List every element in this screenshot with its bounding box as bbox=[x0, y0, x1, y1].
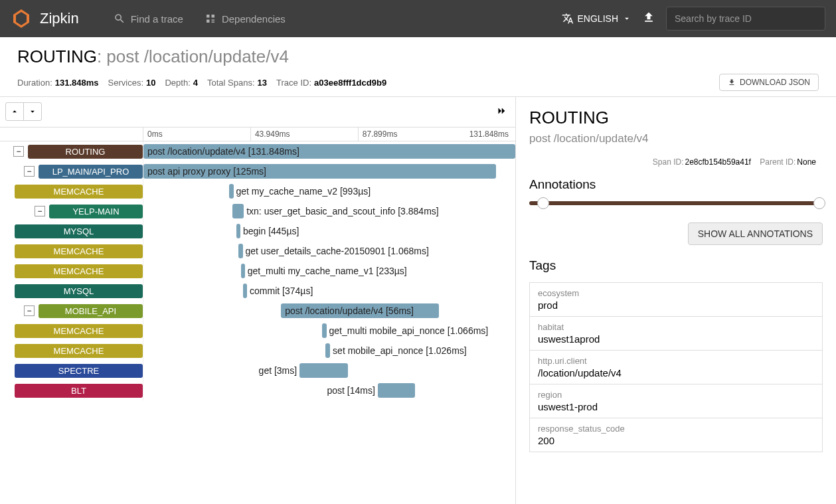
time-tick: 0ms bbox=[143, 127, 250, 141]
title-operation: post /location/update/v4 bbox=[106, 46, 289, 66]
span-row[interactable]: MEMCACHEset mobile_api_nonce [1.026ms] bbox=[0, 341, 515, 361]
service-badge: ROUTING bbox=[28, 145, 143, 159]
trace-controls bbox=[0, 97, 515, 127]
duration-value: 131.848ms bbox=[55, 78, 99, 88]
service-badge: YELP-MAIN bbox=[49, 205, 143, 218]
spans-value: 13 bbox=[258, 78, 267, 88]
span-bar[interactable]: get user_details_cache-20150901 [1.068ms… bbox=[238, 244, 243, 258]
tag-key: habitat bbox=[538, 322, 814, 332]
span-bar[interactable]: post [14ms] bbox=[378, 383, 415, 398]
span-timeline: post api proxy proxy [125ms] bbox=[143, 161, 515, 181]
span-bar[interactable]: txn: user_get_basic_and_scout_info [3.88… bbox=[232, 204, 244, 218]
download-json-button[interactable]: DOWNLOAD JSON bbox=[719, 74, 819, 91]
span-tree-cell: −MOBILE_API bbox=[0, 304, 143, 318]
download-icon bbox=[728, 78, 736, 86]
span-tree-cell: MYSQL bbox=[0, 284, 143, 298]
logo[interactable]: Zipkin bbox=[11, 8, 79, 29]
span-tree-cell: MYSQL bbox=[0, 224, 143, 238]
time-tick: 131.848ms bbox=[465, 127, 515, 141]
span-row[interactable]: −MOBILE_APIpost /location/update/v4 [56m… bbox=[0, 301, 515, 321]
span-row[interactable]: −YELP-MAINtxn: user_get_basic_and_scout_… bbox=[0, 201, 515, 221]
span-bar[interactable]: post /location/update/v4 [56ms] bbox=[281, 303, 439, 318]
brand-name: Zipkin bbox=[40, 10, 79, 27]
dependencies-link[interactable]: Dependencies bbox=[197, 7, 293, 30]
collapse-toggle[interactable]: − bbox=[13, 146, 24, 157]
parent-id: None bbox=[797, 157, 816, 167]
language-selector[interactable]: ENGLISH bbox=[562, 13, 631, 25]
span-bar[interactable]: post api proxy proxy [125ms] bbox=[143, 164, 496, 179]
span-bar[interactable]: get my_cache_name_v2 [993µs] bbox=[229, 184, 234, 199]
depth-value: 4 bbox=[193, 78, 198, 88]
span-bar-label: get_multi mobile_api_nonce [1.066ms] bbox=[329, 325, 489, 336]
collapse-all-button[interactable] bbox=[23, 102, 42, 121]
services-value: 10 bbox=[146, 78, 155, 88]
tag-value: 200 bbox=[538, 435, 814, 446]
find-trace-link[interactable]: Find a trace bbox=[106, 7, 191, 30]
span-row[interactable]: −ROUTINGpost /location/update/v4 [131.84… bbox=[0, 141, 515, 161]
span-tree-cell: MEMCACHE bbox=[0, 264, 143, 278]
main-container: 0ms43.949ms87.899ms131.848ms −ROUTINGpos… bbox=[0, 97, 836, 504]
span-row[interactable]: MEMCACHEget_multi mobile_api_nonce [1.06… bbox=[0, 321, 515, 341]
span-row[interactable]: −LP_MAIN/API_PROpost api proxy proxy [12… bbox=[0, 161, 515, 181]
span-timeline: get_multi my_cache_name_v1 [233µs] bbox=[143, 261, 515, 281]
span-timeline: get_multi mobile_api_nonce [1.066ms] bbox=[143, 321, 515, 341]
navbar: Zipkin Find a trace Dependencies ENGLISH bbox=[0, 0, 836, 37]
span-bar[interactable]: post /location/update/v4 [131.848ms] bbox=[143, 144, 515, 159]
expand-all-button[interactable] bbox=[5, 102, 24, 121]
service-badge: MYSQL bbox=[15, 224, 143, 238]
span-tree-cell: −LP_MAIN/API_PRO bbox=[0, 165, 143, 179]
span-row[interactable]: SPECTREget [3ms] bbox=[0, 361, 515, 380]
span-bar-label: get_multi my_cache_name_v1 [233µs] bbox=[248, 266, 407, 276]
span-timeline: get my_cache_name_v2 [993µs] bbox=[143, 181, 515, 201]
slider-thumb-start[interactable] bbox=[537, 197, 549, 209]
trace-panel: 0ms43.949ms87.899ms131.848ms −ROUTINGpos… bbox=[0, 97, 516, 504]
service-badge: MEMCACHE bbox=[15, 344, 143, 358]
span-row[interactable]: MYSQLcommit [374µs] bbox=[0, 281, 515, 301]
slider-thumb-end[interactable] bbox=[813, 197, 825, 209]
service-badge: SPECTRE bbox=[15, 364, 143, 378]
traceid-value: a03ee8fff1dcd9b9 bbox=[314, 78, 386, 88]
span-row[interactable]: MEMCACHEget my_cache_name_v2 [993µs] bbox=[0, 181, 515, 201]
service-badge: MEMCACHE bbox=[15, 324, 143, 338]
span-bar[interactable]: begin [445µs] bbox=[236, 224, 240, 238]
detail-ids: Span ID:2e8cfb154b59a41f Parent ID:None bbox=[529, 157, 823, 167]
span-id: 2e8cfb154b59a41f bbox=[685, 157, 751, 167]
show-all-annotations-button[interactable]: SHOW ALL ANNOTATIONS bbox=[688, 222, 823, 245]
span-timeline: txn: user_get_basic_and_scout_info [3.88… bbox=[143, 201, 515, 221]
dependencies-icon bbox=[205, 13, 216, 25]
tag-value: uswest1aprod bbox=[538, 333, 814, 345]
service-badge: MOBILE_API bbox=[39, 304, 143, 318]
span-bar-label: get [3ms] bbox=[259, 365, 297, 376]
service-badge: MEMCACHE bbox=[15, 185, 143, 199]
language-label: ENGLISH bbox=[578, 13, 618, 24]
span-row[interactable]: BLTpost [14ms] bbox=[0, 380, 515, 400]
span-tree-cell: MEMCACHE bbox=[0, 344, 143, 358]
tag-value: uswest1-prod bbox=[538, 401, 814, 412]
annotations-slider[interactable] bbox=[529, 201, 823, 205]
span-bar[interactable]: get_multi mobile_api_nonce [1.066ms] bbox=[322, 323, 327, 338]
tag-value: prod bbox=[538, 299, 814, 311]
span-tree-cell: −ROUTING bbox=[0, 145, 143, 159]
chevron-down-icon bbox=[28, 107, 37, 116]
tag-key: ecosystem bbox=[538, 288, 814, 298]
upload-button[interactable] bbox=[642, 11, 655, 27]
search-box[interactable] bbox=[666, 7, 825, 31]
span-bar[interactable]: set mobile_api_nonce [1.026ms] bbox=[325, 343, 330, 358]
tag-key: http.uri.client bbox=[538, 356, 814, 366]
span-row[interactable]: MEMCACHEget user_details_cache-20150901 … bbox=[0, 241, 515, 261]
span-bar[interactable]: commit [374µs] bbox=[243, 284, 247, 298]
span-row[interactable]: MEMCACHEget_multi my_cache_name_v1 [233µ… bbox=[0, 261, 515, 281]
span-bar[interactable]: get_multi my_cache_name_v1 [233µs] bbox=[241, 264, 245, 278]
tag-row: regionuswest1-prod bbox=[529, 384, 823, 418]
tag-row: ecosystemprod bbox=[529, 282, 823, 317]
collapse-toggle[interactable]: − bbox=[24, 166, 35, 177]
span-bar-label: txn: user_get_basic_and_scout_info [3.88… bbox=[246, 206, 439, 216]
span-bar[interactable]: get [3ms] bbox=[299, 363, 348, 378]
trace-title: ROUTING: post /location/update/v4 bbox=[17, 46, 819, 67]
search-input[interactable] bbox=[675, 13, 817, 24]
collapse-toggle[interactable]: − bbox=[35, 206, 45, 216]
service-badge: MYSQL bbox=[15, 284, 143, 298]
collapse-toggle[interactable]: − bbox=[24, 305, 35, 316]
span-row[interactable]: MYSQLbegin [445µs] bbox=[0, 221, 515, 241]
collapse-panel-button[interactable] bbox=[493, 102, 510, 122]
